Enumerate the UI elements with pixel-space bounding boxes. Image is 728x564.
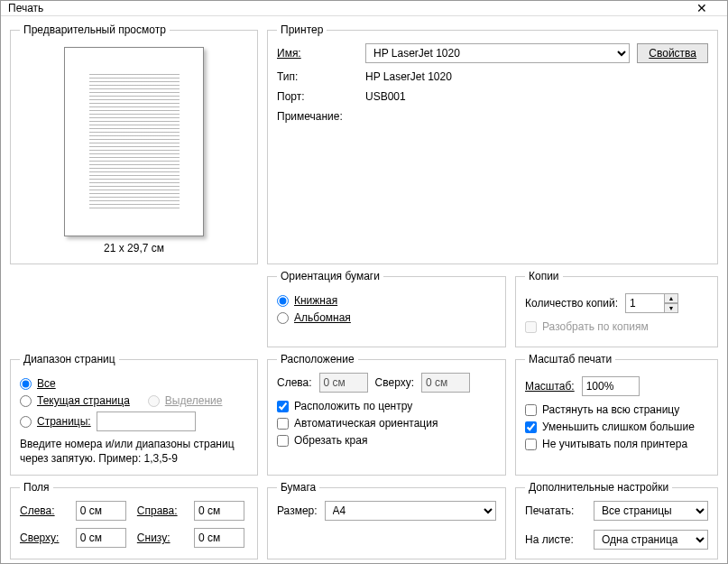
page-thumbnail [64,47,204,236]
scale-fit[interactable]: Растянуть на всю страницу [525,403,708,416]
range-current[interactable]: Текущая страница [20,394,130,407]
copies-count-label: Количество копий: [525,297,618,310]
layout-top-label: Сверху: [375,376,414,389]
orientation-legend: Ориентация бумаги [277,270,383,282]
layout-auto-orient-checkbox[interactable] [277,418,289,430]
copies-group: Копии Количество копий: ▲ ▼ Разобрать по… [515,270,718,347]
margin-left-input[interactable] [76,501,126,521]
extra-sheet-select[interactable]: Одна страница [594,530,708,550]
extra-print-select[interactable]: Все страницы [594,501,708,521]
preview-legend: Предварительный просмотр [20,23,170,36]
titlebar: Печать ✕ [1,1,727,16]
close-icon[interactable]: ✕ [684,1,720,15]
scale-ignore-margins[interactable]: Не учитывать поля принтера [525,438,708,450]
orientation-landscape[interactable]: Альбомная [277,311,496,324]
margin-bottom-input[interactable] [194,528,244,548]
copies-legend: Копии [525,270,563,282]
paper-size-label: Размер: [277,504,318,517]
layout-center[interactable]: Расположить по центру [277,400,496,412]
printer-port-value: USB001 [365,90,708,103]
scale-group: Масштаб печати Масштаб: Растянуть на всю… [515,353,718,476]
printer-type-label: Тип: [277,70,358,83]
collate-checkbox [525,321,537,333]
copies-down-button[interactable]: ▼ [664,303,678,313]
printer-group: Принтер Имя: HP LaserJet 1020 Свойства Т… [267,23,718,264]
scale-legend: Масштаб печати [525,353,615,365]
range-selection-radio [148,395,160,407]
orientation-group: Ориентация бумаги Книжная Альбомная [267,270,506,347]
range-group: Диапазон страниц Все Текущая страница Вы… [10,353,258,476]
portrait-radio[interactable] [277,295,289,307]
extra-print-label: Печатать: [525,504,585,517]
paper-group: Бумага Размер: A4 [267,481,506,559]
scale-label: Масштаб: [525,380,575,393]
range-all[interactable]: Все [20,377,248,390]
page-dimensions: 21 x 29,7 см [20,242,248,254]
copies-up-button[interactable]: ▲ [664,293,678,303]
orientation-portrait[interactable]: Книжная [277,294,496,307]
layout-center-checkbox[interactable] [277,401,289,412]
copies-count-input[interactable] [625,293,665,313]
printer-port-label: Порт: [277,90,358,103]
properties-button[interactable]: Свойства [637,43,708,63]
printer-legend: Принтер [277,23,327,36]
range-current-radio[interactable] [20,395,32,407]
layout-crop[interactable]: Обрезать края [277,434,496,447]
margin-top-label: Сверху: [20,532,69,544]
printer-name-label: Имя: [277,47,358,60]
margin-top-input[interactable] [76,528,126,548]
scale-input[interactable] [582,376,640,396]
layout-left-label: Слева: [277,376,312,389]
preview-group: Предварительный просмотр 21 x 29,7 см [10,23,258,264]
paper-size-select[interactable]: A4 [325,501,496,521]
layout-group: Расположение Слева: Сверху: Расположить … [267,353,506,476]
range-selection: Выделение [148,394,223,407]
range-pages-radio[interactable] [20,416,32,428]
layout-crop-checkbox[interactable] [277,435,289,447]
extra-group: Дополнительные настройки Печатать: Все с… [515,481,718,559]
margin-right-label: Справа: [137,504,187,517]
range-all-radio[interactable] [20,378,32,390]
window-title: Печать [8,2,684,14]
printer-type-value: HP LaserJet 1020 [365,70,708,83]
margin-left-label: Слева: [20,504,69,517]
extra-sheet-label: На листе: [525,533,585,546]
margins-legend: Поля [20,481,53,494]
collate-check: Разобрать по копиям [525,320,708,333]
layout-auto-orient[interactable]: Автоматическая ориентация [277,417,496,430]
range-hint: Введите номера и/или диапазоны страниц ч… [20,437,248,466]
layout-left-input [319,373,368,393]
range-pages[interactable]: Страницы: [20,411,248,431]
scale-ignore-margins-checkbox[interactable] [525,439,537,450]
range-legend: Диапазон страниц [20,353,119,365]
scale-shrink-checkbox[interactable] [525,421,537,433]
margins-group: Поля Слева: Справа: Сверху: Снизу: [10,481,258,559]
scale-fit-checkbox[interactable] [525,404,537,416]
paper-legend: Бумага [277,481,319,494]
margin-right-input[interactable] [194,501,244,521]
printer-name-select[interactable]: HP LaserJet 1020 [365,43,630,63]
range-pages-input[interactable] [97,411,196,431]
print-dialog: Печать ✕ Предварительный просмотр 21 x 2… [0,0,728,564]
margin-bottom-label: Снизу: [137,532,187,544]
landscape-radio[interactable] [277,312,289,324]
printer-note-label: Примечание: [277,110,358,123]
layout-legend: Расположение [277,353,358,365]
extra-legend: Дополнительные настройки [525,481,672,494]
scale-shrink[interactable]: Уменьшить слишком большие [525,421,708,433]
layout-top-input [421,373,470,393]
